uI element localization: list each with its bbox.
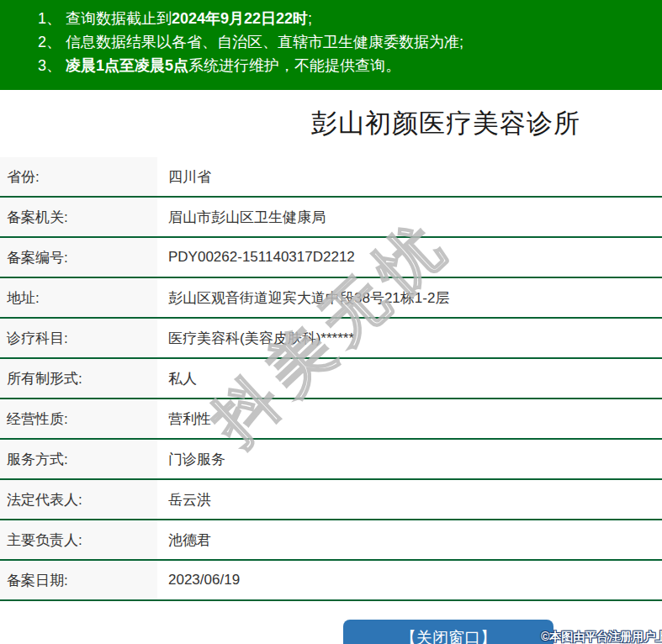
- notice-number: 3、: [38, 54, 66, 77]
- table-row: 省份:四川省: [0, 157, 662, 198]
- table-row: 备案机关:眉山市彭山区卫生健康局: [0, 198, 662, 238]
- page-title: 彭山初颜医疗美容诊所: [0, 106, 662, 141]
- info-table: 省份:四川省备案机关:眉山市彭山区卫生健康局备案编号:PDY00262-1511…: [0, 157, 662, 601]
- table-row: 地址:彭山区观音街道迎宾大道中段38号21栋1-2层: [0, 278, 662, 319]
- row-value: 池德君: [157, 520, 662, 559]
- row-value: 2023/06/19: [157, 561, 662, 599]
- row-value: 医疗美容科(美容皮肤科)******: [157, 319, 662, 357]
- table-row: 诊疗科目:医疗美容科(美容皮肤科)******: [0, 319, 662, 359]
- notice-item: 3、凌晨1点至凌晨5点系统进行维护，不能提供查询。: [38, 54, 654, 77]
- row-value: 私人: [157, 359, 662, 398]
- row-label: 法定代表人:: [0, 480, 157, 519]
- close-window-button[interactable]: 【关闭窗口】: [343, 620, 553, 644]
- row-label: 服务方式:: [0, 440, 157, 478]
- row-label: 主要负责人:: [0, 520, 157, 559]
- row-value: 彭山区观音街道迎宾大道中段38号21栋1-2层: [157, 278, 662, 317]
- notice-number: 2、: [38, 30, 66, 54]
- row-value: 营利性: [157, 399, 662, 438]
- upload-credit: ©本图由平台注册用户上传: [541, 630, 662, 644]
- table-row: 法定代表人:岳云洪: [0, 480, 662, 520]
- row-label: 省份:: [0, 157, 157, 196]
- row-value: 眉山市彭山区卫生健康局: [157, 198, 662, 236]
- table-row: 服务方式:门诊服务: [0, 440, 662, 480]
- notice-item: 1、查询数据截止到2024年9月22日22时;: [38, 7, 654, 30]
- table-row: 备案编号:PDY00262-151140317D2212: [0, 238, 662, 278]
- row-label: 备案日期:: [0, 561, 157, 599]
- row-label: 所有制形式:: [0, 359, 157, 398]
- row-value: 四川省: [157, 157, 662, 196]
- table-row: 所有制形式:私人: [0, 359, 662, 399]
- row-value: PDY00262-151140317D2212: [157, 238, 662, 277]
- row-label: 诊疗科目:: [0, 319, 157, 357]
- notice-banner: 1、查询数据截止到2024年9月22日22时;2、信息数据结果以各省、自治区、直…: [0, 0, 662, 90]
- row-value: 门诊服务: [157, 440, 662, 478]
- row-label: 地址:: [0, 278, 157, 317]
- notice-text: 查询数据截止到2024年9月22日22时;: [66, 7, 312, 30]
- row-label: 备案机关:: [0, 198, 157, 236]
- table-row: 经营性质:营利性: [0, 399, 662, 440]
- row-value: 岳云洪: [157, 480, 662, 519]
- notice-number: 1、: [38, 7, 66, 30]
- notice-item: 2、信息数据结果以各省、自治区、直辖市卫生健康委数据为准;: [38, 30, 654, 54]
- notice-text: 凌晨1点至凌晨5点系统进行维护，不能提供查询。: [66, 54, 400, 77]
- row-label: 经营性质:: [0, 399, 157, 438]
- table-row: 备案日期:2023/06/19: [0, 561, 662, 601]
- notice-text: 信息数据结果以各省、自治区、直辖市卫生健康委数据为准;: [66, 30, 463, 54]
- table-row: 主要负责人:池德君: [0, 520, 662, 561]
- row-label: 备案编号:: [0, 238, 157, 277]
